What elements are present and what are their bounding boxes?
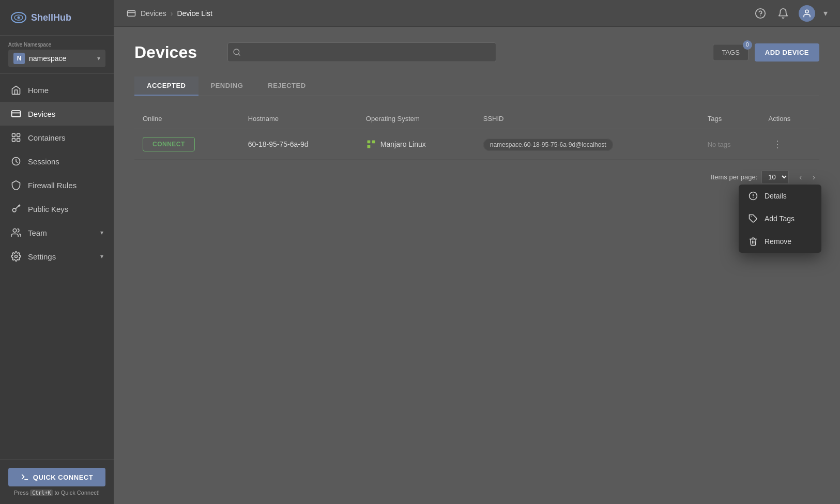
sidebar-item-devices[interactable]: Devices bbox=[0, 102, 114, 126]
breadcrumb-current: Device List bbox=[177, 9, 212, 18]
sidebar: ShellHub Active Namespace N namespace ▾ … bbox=[0, 0, 114, 504]
notifications-icon[interactable] bbox=[776, 6, 790, 21]
avatar-chevron-icon[interactable]: ▾ bbox=[823, 8, 828, 18]
dropdown-remove-label: Remove bbox=[765, 237, 791, 246]
os-name: Manjaro Linux bbox=[380, 140, 426, 148]
tab-pending[interactable]: PENDING bbox=[198, 77, 256, 96]
devices-breadcrumb-icon bbox=[126, 8, 136, 19]
svg-point-10 bbox=[12, 208, 16, 212]
sidebar-item-containers-label: Containers bbox=[28, 133, 66, 142]
sidebar-item-devices-label: Devices bbox=[28, 110, 55, 118]
items-per-page-select[interactable]: 10 25 50 bbox=[761, 170, 789, 184]
help-icon[interactable] bbox=[753, 6, 768, 21]
svg-rect-6 bbox=[17, 134, 20, 137]
sidebar-item-containers[interactable]: Containers bbox=[0, 126, 114, 149]
chevron-down-icon: ▾ bbox=[100, 253, 103, 260]
cell-online: CONNECT bbox=[134, 129, 240, 160]
page-content: Devices TAGS 0 ADD DEVICE ACC bbox=[114, 27, 840, 504]
svg-point-11 bbox=[13, 229, 17, 233]
home-icon bbox=[10, 84, 22, 96]
svg-rect-8 bbox=[17, 139, 20, 142]
svg-rect-14 bbox=[128, 10, 135, 16]
sidebar-item-settings-label: Settings bbox=[28, 252, 56, 261]
content-header: Devices TAGS 0 ADD DEVICE bbox=[134, 42, 819, 62]
sidebar-item-settings[interactable]: Settings ▾ bbox=[0, 245, 114, 268]
prev-page-button[interactable]: ‹ bbox=[795, 171, 806, 184]
logo: ShellHub bbox=[0, 0, 114, 36]
table-row: CONNECT 60-18-95-75-6a-9d bbox=[134, 129, 819, 160]
cell-os: Manjaro Linux bbox=[358, 129, 475, 160]
namespace-name: namespace bbox=[29, 54, 93, 63]
pagination: Items per page: 10 25 50 ‹ › bbox=[134, 170, 819, 184]
sshid-badge: namespace.60-18-95-75-6a-9d@localhost bbox=[483, 139, 613, 151]
sessions-icon bbox=[10, 156, 22, 167]
topbar: Devices › Device List bbox=[114, 0, 840, 27]
devices-icon bbox=[10, 108, 22, 119]
sidebar-item-team-label: Team bbox=[28, 228, 47, 237]
keys-icon bbox=[10, 203, 22, 215]
page-title: Devices bbox=[134, 43, 217, 62]
app-name: ShellHub bbox=[31, 12, 71, 23]
cell-actions: ⋮ bbox=[760, 129, 820, 160]
dropdown-item-add-tags[interactable]: Add Tags bbox=[739, 207, 821, 230]
next-page-button[interactable]: › bbox=[808, 171, 819, 184]
svg-rect-7 bbox=[12, 139, 16, 142]
svg-point-18 bbox=[805, 10, 808, 13]
page-nav: ‹ › bbox=[795, 171, 819, 184]
sidebar-item-home-label: Home bbox=[28, 86, 49, 95]
items-per-page: Items per page: 10 25 50 bbox=[711, 170, 789, 184]
dropdown-item-details[interactable]: Details bbox=[739, 185, 821, 207]
namespace-badge: N bbox=[13, 53, 25, 64]
info-icon bbox=[748, 191, 758, 201]
dropdown-item-remove[interactable]: Remove bbox=[739, 230, 821, 253]
nav-list: Home Devices Containers bbox=[0, 74, 114, 459]
firewall-icon bbox=[10, 179, 22, 191]
actions-menu-button[interactable]: ⋮ bbox=[769, 136, 786, 152]
main-content: Devices › Device List bbox=[114, 0, 840, 504]
chevron-down-icon: ▾ bbox=[97, 55, 100, 62]
tags-button[interactable]: TAGS 0 bbox=[713, 44, 748, 61]
cell-tags: No tags bbox=[699, 129, 760, 160]
namespace-dropdown[interactable]: N namespace ▾ bbox=[8, 50, 105, 67]
col-tags: Tags bbox=[699, 109, 760, 129]
breadcrumb-separator: › bbox=[171, 9, 173, 18]
col-os: Operating System bbox=[358, 109, 475, 129]
sidebar-item-sessions-label: Sessions bbox=[28, 157, 59, 166]
avatar[interactable] bbox=[799, 5, 815, 22]
connect-button[interactable]: CONNECT bbox=[143, 137, 195, 151]
namespace-selector[interactable]: Active Namespace N namespace ▾ bbox=[0, 36, 114, 74]
sidebar-item-home[interactable]: Home bbox=[0, 78, 114, 102]
add-device-button[interactable]: ADD DEVICE bbox=[755, 43, 819, 62]
sidebar-item-publickeys-label: Public Keys bbox=[28, 205, 68, 213]
items-per-page-label: Items per page: bbox=[711, 173, 757, 181]
sidebar-item-firewall-label: Firewall Rules bbox=[28, 181, 77, 190]
namespace-label: Active Namespace bbox=[8, 42, 105, 48]
quick-connect-hint: Press Ctrl+K to Quick Connect! bbox=[8, 490, 105, 496]
device-table: Online Hostname Operating System SSHID T… bbox=[134, 109, 819, 160]
dropdown-add-tags-label: Add Tags bbox=[765, 215, 795, 223]
tab-accepted[interactable]: ACCEPTED bbox=[134, 77, 198, 96]
breadcrumb-parent: Devices bbox=[141, 9, 166, 18]
sidebar-item-sessions[interactable]: Sessions bbox=[0, 149, 114, 173]
device-tabs: ACCEPTED PENDING REJECTED bbox=[134, 77, 819, 96]
cell-hostname: 60-18-95-75-6a-9d bbox=[240, 129, 358, 160]
sidebar-item-firewall[interactable]: Firewall Rules bbox=[0, 173, 114, 197]
svg-rect-23 bbox=[367, 145, 370, 148]
col-actions: Actions bbox=[760, 109, 820, 129]
trash-icon bbox=[748, 236, 758, 247]
search-input[interactable] bbox=[227, 42, 496, 62]
svg-rect-3 bbox=[12, 111, 21, 117]
sidebar-item-publickeys[interactable]: Public Keys bbox=[0, 197, 114, 221]
tag-icon bbox=[748, 213, 758, 224]
settings-icon bbox=[10, 251, 22, 262]
tags-count-badge: 0 bbox=[743, 40, 752, 50]
breadcrumb: Devices › Device List bbox=[126, 8, 749, 19]
keyboard-shortcut: Ctrl+K bbox=[30, 490, 53, 496]
actions-dropdown: Details Add Tags bbox=[739, 185, 821, 253]
search-icon bbox=[233, 48, 241, 56]
quick-connect-button[interactable]: QUICK CONNECT bbox=[8, 468, 105, 486]
sidebar-item-team[interactable]: Team ▾ bbox=[0, 221, 114, 245]
tab-rejected[interactable]: REJECTED bbox=[255, 77, 318, 96]
col-online: Online bbox=[134, 109, 240, 129]
terminal-icon bbox=[21, 473, 29, 481]
